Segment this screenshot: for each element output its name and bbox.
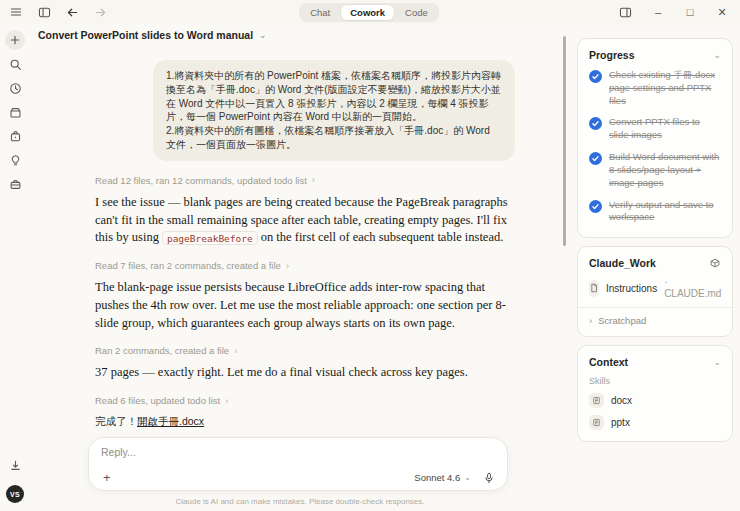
chevron-down-icon: ⌄ — [464, 473, 471, 482]
assistant-paragraph: The blank-page issue persists because Li… — [95, 279, 515, 332]
minimize-icon[interactable]: – — [650, 4, 666, 20]
scratchpad-row[interactable]: › Scratchpad — [589, 308, 721, 332]
disclaimer: Claude is AI and can make mistakes. Plea… — [30, 497, 570, 506]
tab-chat[interactable]: Chat — [301, 5, 339, 20]
context-title: Context — [589, 356, 628, 368]
assistant-paragraph: 37 pages — exactly right. Let me do a fi… — [95, 364, 515, 382]
skill-item[interactable]: docx — [589, 393, 721, 408]
completion-text: 完成了！ — [95, 415, 137, 427]
right-panel: Progress ⌄ Check existing 手冊.docx page s… — [570, 24, 740, 511]
rail-bottom: VS — [5, 455, 25, 503]
todo-item: Check existing 手冊.docx page settings and… — [589, 69, 721, 107]
claude-work-card: Claude_Work Instructions · CLAUDE.md › S… — [577, 246, 733, 337]
model-name: Sonnet 4.6 — [414, 472, 460, 483]
user-message-line-2: 2.將資料夾中的所有圖檔，依檔案名稱順序接著放入「手冊.doc」的 Word 文… — [166, 124, 502, 152]
check-circle-icon — [589, 152, 602, 165]
check-circle-icon — [589, 200, 602, 213]
user-message-line-1: 1.將資料夾中的所有的 PowerPoint 檔案，依檔案名稱順序，將投影片內容… — [166, 69, 502, 124]
history-icon[interactable] — [5, 78, 25, 98]
composer: + Sonnet 4.6 ⌄ — [88, 437, 508, 491]
inline-code: pageBreakBefore — [162, 231, 258, 245]
skill-name: docx — [611, 395, 632, 406]
titlebar: Chat Cowork Code – □ ✕ — [0, 0, 740, 24]
activity-label: Read 6 files, updated todo list — [95, 395, 220, 406]
main-panel: Convert PowerPoint slides to Word manual… — [30, 24, 570, 511]
chevron-down-icon[interactable]: ⌄ — [259, 30, 267, 40]
tab-cowork[interactable]: Cowork — [341, 5, 394, 20]
claude-work-header[interactable]: Claude_Work — [589, 257, 721, 269]
titlebar-left — [8, 4, 218, 20]
attach-button[interactable]: + — [101, 471, 113, 484]
check-circle-icon — [589, 70, 602, 83]
menu-icon[interactable] — [8, 4, 24, 20]
chevron-right-icon: › — [225, 396, 228, 406]
todo-item: Verify output and save to workspace — [589, 199, 721, 225]
forward-icon[interactable] — [92, 4, 108, 20]
workspace-box-icon[interactable] — [709, 257, 721, 269]
back-icon[interactable] — [64, 4, 80, 20]
check-circle-icon — [589, 117, 602, 130]
completion-line: 完成了！開啟手冊.docx — [95, 415, 515, 429]
context-header[interactable]: Context ⌄ — [589, 356, 721, 368]
tab-code[interactable]: Code — [396, 5, 437, 20]
document-icon — [589, 280, 599, 297]
download-icon[interactable] — [5, 455, 25, 475]
activity-row[interactable]: Ran 2 commands, created a file › — [95, 345, 515, 356]
activity-label: Read 7 files, ran 2 commands, created a … — [95, 260, 281, 271]
maximize-icon[interactable]: □ — [682, 4, 698, 20]
close-icon[interactable]: ✕ — [714, 4, 730, 20]
todo-item: Convert PPTX files to slide images — [589, 116, 721, 142]
chevron-right-icon: › — [312, 175, 315, 185]
file-name: Instructions — [606, 283, 657, 294]
activity-row[interactable]: Read 7 files, ran 2 commands, created a … — [95, 260, 515, 271]
chevron-right-icon: › — [286, 261, 289, 271]
todo-label: Check existing 手冊.docx page settings and… — [609, 69, 721, 107]
file-suffix: · CLAUDE.md — [664, 277, 721, 299]
artifacts-icon[interactable] — [5, 126, 25, 146]
progress-title: Progress — [589, 49, 635, 61]
progress-card: Progress ⌄ Check existing 手冊.docx page s… — [577, 38, 733, 238]
mic-icon[interactable] — [483, 472, 495, 484]
chevron-down-icon: ⌄ — [713, 50, 721, 60]
skills-label: Skills — [589, 376, 721, 386]
panel-toggle-icon[interactable] — [36, 4, 52, 20]
skill-icon — [589, 393, 604, 408]
model-selector[interactable]: Sonnet 4.6 ⌄ — [414, 472, 471, 483]
titlebar-right: – □ ✕ — [520, 4, 730, 20]
scrollbar-thumb[interactable] — [563, 36, 566, 246]
page-title: Convert PowerPoint slides to Word manual — [38, 29, 253, 41]
ideas-icon[interactable] — [5, 150, 25, 170]
activity-row[interactable]: Read 6 files, updated todo list › — [95, 395, 515, 406]
sidebar-toggle-icon[interactable] — [618, 4, 634, 20]
cowork-icon[interactable] — [5, 174, 25, 194]
instructions-file-row[interactable]: Instructions · CLAUDE.md — [589, 277, 721, 299]
new-chat-button[interactable] — [5, 30, 25, 50]
context-card: Context ⌄ Skills docx pptx — [577, 345, 733, 442]
open-manual-link[interactable]: 開啟手冊.docx — [137, 415, 204, 427]
activity-label: Ran 2 commands, created a file — [95, 345, 229, 356]
conversation-title-bar[interactable]: Convert PowerPoint slides to Word manual… — [38, 29, 267, 41]
user-avatar[interactable]: VS — [6, 485, 24, 503]
activity-row[interactable]: Read 12 files, ran 12 commands, updated … — [95, 175, 515, 186]
conversation: 1.將資料夾中的所有的 PowerPoint 檔案，依檔案名稱順序，將投影片內容… — [95, 60, 515, 479]
mode-switcher: Chat Cowork Code — [299, 3, 439, 22]
skill-icon — [589, 415, 604, 430]
left-rail: VS — [0, 24, 30, 511]
search-icon[interactable] — [5, 54, 25, 74]
reply-input[interactable] — [101, 446, 495, 458]
composer-toolbar: + Sonnet 4.6 ⌄ — [101, 471, 495, 484]
chevron-down-icon: ⌄ — [713, 357, 721, 367]
projects-icon[interactable] — [5, 102, 25, 122]
scratchpad-label: Scratchpad — [598, 315, 646, 326]
assistant-paragraph: I see the issue — blank pages are being … — [95, 194, 515, 247]
todo-label: Convert PPTX files to slide images — [609, 116, 721, 142]
activity-label: Read 12 files, ran 12 commands, updated … — [95, 175, 307, 186]
chevron-right-icon: › — [234, 346, 237, 356]
progress-header[interactable]: Progress ⌄ — [589, 49, 721, 61]
claude-work-title: Claude_Work — [589, 257, 656, 269]
app-body: VS Convert PowerPoint slides to Word man… — [0, 24, 740, 511]
todo-label: Verify output and save to workspace — [609, 199, 721, 225]
paragraph-text: on the first cell of each subsequent tab… — [261, 230, 504, 244]
todo-item: Build Word document with 8 slides/page l… — [589, 151, 721, 189]
skill-item[interactable]: pptx — [589, 415, 721, 430]
